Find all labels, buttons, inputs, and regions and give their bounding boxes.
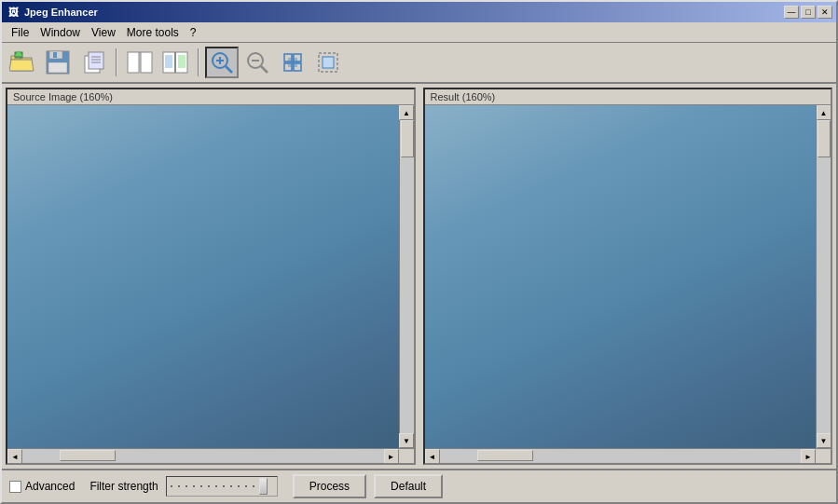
process-button[interactable]: Process bbox=[293, 474, 366, 498]
result-vscroll-down[interactable]: ▼ bbox=[817, 433, 831, 448]
result-hscroll-left[interactable]: ◄ bbox=[425, 449, 440, 464]
result-canvas[interactable] bbox=[425, 105, 817, 448]
copy-button[interactable] bbox=[76, 47, 110, 78]
compare-button[interactable] bbox=[158, 47, 192, 78]
bottom-bar: Advanced Filter strength bbox=[2, 469, 836, 502]
window-title: Jpeg Enhancer bbox=[24, 7, 98, 18]
source-scroll-corner bbox=[399, 449, 414, 464]
separator-1 bbox=[116, 48, 117, 76]
source-panel-title: Source Image (160%) bbox=[7, 89, 414, 105]
source-hscroll-track[interactable] bbox=[22, 449, 384, 462]
source-vscroll: ▲ ▼ bbox=[399, 105, 414, 448]
source-hscroll-thumb[interactable] bbox=[60, 450, 116, 461]
source-canvas[interactable] bbox=[7, 105, 399, 448]
source-hscroll-left[interactable]: ◄ bbox=[7, 449, 22, 464]
title-bar-left: 🖼 Jpeg Enhancer bbox=[6, 5, 98, 20]
crop-button[interactable] bbox=[311, 47, 345, 78]
svg-line-24 bbox=[226, 66, 232, 73]
menu-window[interactable]: Window bbox=[34, 24, 86, 41]
filter-strength-slider[interactable] bbox=[166, 476, 278, 497]
source-vscroll-down[interactable]: ▼ bbox=[399, 433, 414, 448]
svg-rect-19 bbox=[165, 55, 172, 68]
menu-file[interactable]: File bbox=[6, 24, 34, 41]
svg-rect-8 bbox=[48, 62, 67, 73]
compare-icon bbox=[162, 50, 188, 75]
zoom-out-icon bbox=[245, 50, 269, 75]
source-vscroll-up[interactable]: ▲ bbox=[399, 105, 414, 120]
source-panel-inner: ▲ ▼ bbox=[7, 105, 414, 448]
menu-help[interactable]: ? bbox=[185, 24, 202, 41]
svg-rect-7 bbox=[53, 52, 57, 58]
copy-icon bbox=[81, 50, 105, 75]
separator-2 bbox=[198, 48, 199, 76]
split-view-icon bbox=[127, 50, 153, 75]
result-panel: Result (160%) ▲ ▼ ◄ bbox=[423, 88, 833, 465]
svg-line-27 bbox=[261, 66, 268, 73]
result-vscroll-track[interactable] bbox=[817, 120, 831, 433]
result-vscroll: ▲ ▼ bbox=[816, 105, 831, 448]
fit-button[interactable] bbox=[276, 47, 309, 78]
result-panel-title: Result (160%) bbox=[425, 89, 831, 105]
menu-more-tools[interactable]: More tools bbox=[121, 24, 185, 41]
result-hscroll-track[interactable] bbox=[440, 449, 802, 462]
menu-bar: File Window View More tools ? bbox=[2, 22, 836, 43]
title-buttons: — □ ✕ bbox=[784, 6, 832, 19]
advanced-label: Advanced bbox=[25, 480, 75, 493]
result-hscroll-right[interactable]: ► bbox=[801, 449, 816, 464]
open-icon bbox=[9, 50, 35, 75]
result-scroll-corner bbox=[816, 449, 831, 464]
default-button[interactable]: Default bbox=[374, 474, 443, 498]
filter-strength-label: Filter strength bbox=[89, 480, 158, 493]
source-vscroll-thumb[interactable] bbox=[401, 120, 414, 157]
crop-icon bbox=[316, 50, 340, 75]
menu-view[interactable]: View bbox=[86, 24, 121, 41]
open-button[interactable] bbox=[6, 47, 39, 78]
svg-marker-2 bbox=[9, 60, 34, 71]
main-window: 🖼 Jpeg Enhancer — □ ✕ File Window View M… bbox=[0, 0, 838, 504]
source-panel-bottom: ◄ ► bbox=[7, 448, 414, 463]
close-button[interactable]: ✕ bbox=[817, 6, 832, 19]
save-button[interactable] bbox=[41, 47, 75, 78]
result-panel-bottom: ◄ ► bbox=[425, 448, 831, 463]
source-hscroll-right[interactable]: ► bbox=[384, 449, 399, 464]
zoom-out-button[interactable] bbox=[240, 47, 274, 78]
advanced-checkbox[interactable] bbox=[9, 481, 21, 493]
result-hscroll-thumb[interactable] bbox=[477, 450, 533, 461]
save-icon bbox=[46, 50, 70, 75]
maximize-button[interactable]: □ bbox=[801, 6, 816, 19]
svg-rect-36 bbox=[323, 57, 334, 68]
toolbar bbox=[2, 43, 836, 84]
minimize-button[interactable]: — bbox=[784, 6, 799, 19]
svg-rect-20 bbox=[178, 55, 185, 68]
fit-icon bbox=[281, 50, 305, 75]
main-content: Source Image (160%) ▲ ▼ ◄ bbox=[2, 84, 836, 502]
svg-rect-14 bbox=[128, 52, 139, 73]
title-bar: 🖼 Jpeg Enhancer — □ ✕ bbox=[2, 2, 836, 22]
svg-rect-10 bbox=[89, 52, 103, 69]
result-panel-inner: ▲ ▼ bbox=[425, 105, 831, 448]
zoom-in-icon bbox=[210, 50, 234, 75]
slider-handle[interactable] bbox=[259, 478, 268, 495]
zoom-in-button[interactable] bbox=[205, 47, 239, 78]
source-panel: Source Image (160%) ▲ ▼ ◄ bbox=[6, 88, 416, 465]
advanced-container: Advanced bbox=[9, 480, 75, 493]
split-view-button[interactable] bbox=[123, 47, 157, 78]
result-vscroll-thumb[interactable] bbox=[817, 120, 831, 157]
panels-area: Source Image (160%) ▲ ▼ ◄ bbox=[2, 84, 836, 469]
svg-rect-15 bbox=[141, 52, 152, 73]
source-vscroll-track[interactable] bbox=[400, 120, 414, 433]
result-vscroll-up[interactable]: ▲ bbox=[817, 105, 831, 120]
app-icon: 🖼 bbox=[6, 5, 21, 20]
